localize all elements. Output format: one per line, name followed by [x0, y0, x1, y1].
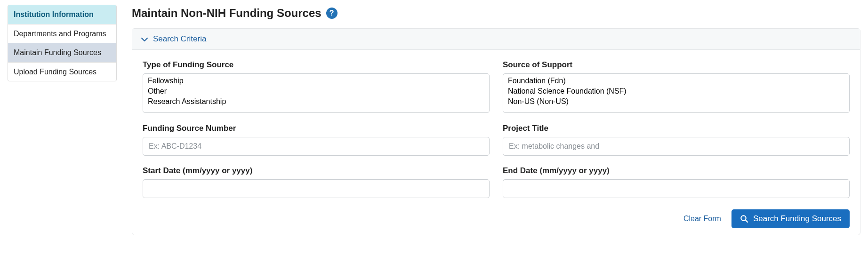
type-option[interactable]: Fellowship: [146, 76, 486, 86]
search-icon: [740, 215, 748, 223]
type-label: Type of Funding Source: [143, 60, 490, 70]
source-label: Source of Support: [503, 60, 850, 70]
end-date-input[interactable]: [503, 179, 850, 198]
actions-row: Clear Form Search Funding Sources: [132, 209, 860, 235]
source-select[interactable]: Foundation (Fdn) National Science Founda…: [503, 73, 850, 113]
number-label: Funding Source Number: [143, 124, 490, 133]
sidebar-list: Institution Information Departments and …: [8, 5, 117, 81]
search-funding-label: Search Funding Sources: [753, 214, 841, 223]
type-option[interactable]: Research Assistantship: [146, 96, 486, 107]
page-title-row: Maintain Non-NIH Funding Sources ?: [132, 7, 860, 20]
project-title-input[interactable]: [503, 137, 850, 156]
project-title-label: Project Title: [503, 124, 850, 133]
search-panel-title: Search Criteria: [153, 34, 206, 44]
number-input[interactable]: [143, 137, 490, 156]
page-title: Maintain Non-NIH Funding Sources: [132, 7, 321, 20]
sidebar-item-departments[interactable]: Departments and Programs: [8, 24, 116, 44]
sidebar-item-upload-funding[interactable]: Upload Funding Sources: [8, 63, 116, 81]
search-panel-header[interactable]: Search Criteria: [132, 29, 860, 50]
clear-form-button[interactable]: Clear Form: [683, 215, 721, 223]
sidebar-item-maintain-funding[interactable]: Maintain Funding Sources: [8, 43, 116, 63]
source-option[interactable]: Non-US (Non-US): [506, 96, 846, 107]
sidebar: Institution Information Departments and …: [8, 5, 117, 235]
type-select[interactable]: Fellowship Other Research Assistantship: [143, 73, 490, 113]
end-date-label: End Date (mm/yyyy or yyyy): [503, 166, 850, 175]
type-option[interactable]: Other: [146, 86, 486, 96]
source-option[interactable]: National Science Foundation (NSF): [506, 86, 846, 96]
source-option[interactable]: Foundation (Fdn): [506, 76, 846, 86]
search-panel: Search Criteria Type of Funding Source F…: [132, 28, 860, 235]
chevron-down-icon: [141, 34, 148, 44]
start-date-input[interactable]: [143, 179, 490, 198]
help-icon[interactable]: ?: [326, 8, 338, 19]
search-funding-button[interactable]: Search Funding Sources: [731, 209, 850, 228]
start-date-label: Start Date (mm/yyyy or yyyy): [143, 166, 490, 175]
sidebar-header[interactable]: Institution Information: [8, 5, 116, 24]
search-panel-body: Type of Funding Source Fellowship Other …: [132, 50, 860, 209]
main: Maintain Non-NIH Funding Sources ? Searc…: [132, 5, 860, 235]
svg-line-1: [745, 220, 747, 223]
